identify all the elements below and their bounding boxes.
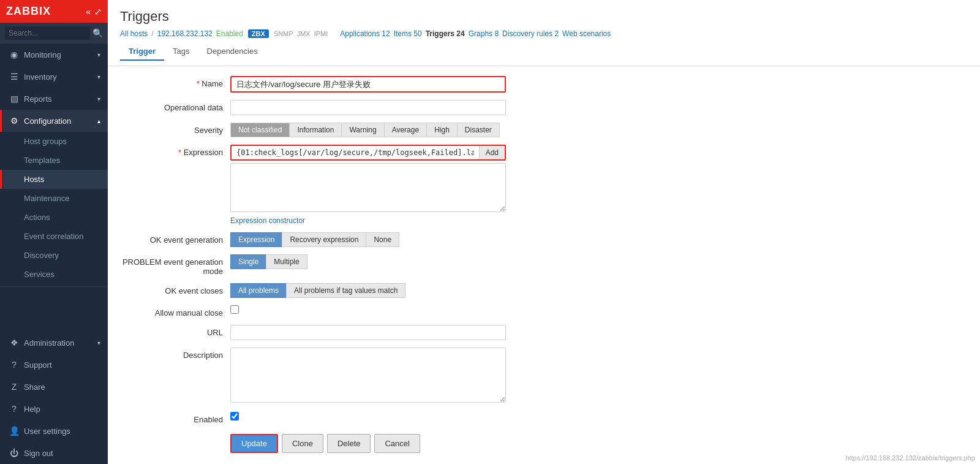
severity-warning[interactable]: Warning: [341, 123, 383, 137]
description-label: Description: [120, 348, 230, 360]
zbx-badge[interactable]: ZBX: [248, 29, 269, 38]
expression-add-button[interactable]: Add: [479, 146, 505, 159]
problem-event-single[interactable]: Single: [230, 254, 266, 269]
search-icon[interactable]: 🔍: [92, 28, 103, 38]
severity-group: Not classified Information Warning Avera…: [230, 123, 506, 137]
sidebar-item-inventory[interactable]: ☰ Inventory ▾: [0, 66, 108, 88]
cancel-button[interactable]: Cancel: [374, 434, 420, 453]
ok-event-control: Expression Recovery expression None: [230, 232, 506, 247]
severity-disaster[interactable]: Disaster: [457, 123, 500, 137]
expression-input-wrap: Add: [230, 145, 506, 161]
severity-high[interactable]: High: [426, 123, 457, 137]
problem-event-group: Single Multiple: [230, 254, 506, 269]
sidebar-item-share[interactable]: Z Share: [0, 376, 108, 398]
allow-manual-close-label: Allow manual close: [120, 305, 230, 318]
inventory-icon: ☰: [9, 72, 19, 82]
sidebar-item-administration[interactable]: ❖ Administration ▾: [0, 332, 108, 354]
collapse-icon[interactable]: «: [86, 7, 91, 17]
name-row: Name: [120, 76, 968, 93]
search-input[interactable]: [5, 26, 90, 40]
expression-textarea[interactable]: [230, 163, 506, 212]
breadcrumb-web-scenarios[interactable]: Web scenarios: [562, 29, 611, 38]
name-input[interactable]: [230, 76, 506, 93]
breadcrumb-ip[interactable]: 192.168.232.132: [157, 29, 213, 38]
expand-icon[interactable]: ⤢: [94, 7, 102, 17]
operational-data-input[interactable]: [230, 100, 506, 115]
url-hint: https://192.168.232.132/zabbix/triggers.…: [845, 454, 975, 462]
sidebar-item-templates[interactable]: Templates: [0, 151, 108, 170]
enabled-checkbox[interactable]: [230, 412, 239, 420]
snmp-label[interactable]: SNMP: [274, 30, 293, 37]
sidebar-item-support[interactable]: ? Support: [0, 354, 108, 376]
chevron-icon: ▾: [97, 340, 100, 346]
problem-event-label: PROBLEM event generation mode: [120, 254, 230, 276]
enabled-label: Enabled: [120, 412, 230, 424]
update-button[interactable]: Update: [230, 434, 278, 453]
chevron-icon: ▾: [97, 96, 100, 102]
sidebar-bottom: ❖ Administration ▾ ? Support Z Share ? H…: [0, 332, 108, 464]
sidebar-item-actions[interactable]: Actions: [0, 208, 108, 227]
breadcrumb-all-hosts[interactable]: All hosts: [120, 29, 148, 38]
monitoring-icon: ◉: [9, 50, 19, 59]
ok-event-all-if-tag[interactable]: All problems if tag values match: [286, 283, 405, 298]
sign-out-icon: ⏻: [9, 448, 19, 458]
sidebar-item-sign-out[interactable]: ⏻ Sign out: [0, 442, 108, 464]
sidebar-item-discovery[interactable]: Discovery: [0, 246, 108, 265]
jmx-label[interactable]: JMX: [297, 30, 311, 37]
tab-dependencies[interactable]: Dependencies: [198, 43, 266, 61]
problem-event-multiple[interactable]: Multiple: [266, 254, 307, 269]
sidebar: ZABBIX « ⤢ 🔍 ◉ Monitoring ▾ ☰ Inventory …: [0, 0, 108, 464]
breadcrumb-discovery-rules[interactable]: Discovery rules 2: [502, 29, 559, 38]
url-row: URL: [120, 325, 968, 340]
chevron-icon: ▴: [97, 118, 100, 124]
breadcrumb-items[interactable]: Items 50: [394, 29, 422, 38]
breadcrumb: All hosts / 192.168.232.132 Enabled ZBX …: [120, 29, 968, 38]
sidebar-item-hosts[interactable]: Hosts: [0, 170, 108, 189]
enabled-control: [230, 412, 506, 422]
ok-event-recovery-expression[interactable]: Recovery expression: [282, 232, 366, 247]
chevron-icon: ▾: [97, 51, 100, 58]
sidebar-item-user-settings[interactable]: 👤 User settings: [0, 420, 108, 442]
tab-tags[interactable]: Tags: [164, 43, 198, 61]
sidebar-item-event-correlation[interactable]: Event correlation: [0, 227, 108, 246]
sidebar-item-services[interactable]: Services: [0, 265, 108, 284]
severity-information[interactable]: Information: [289, 123, 341, 137]
expression-input[interactable]: [232, 146, 479, 159]
breadcrumb-applications[interactable]: Applications 12: [340, 29, 390, 38]
severity-average[interactable]: Average: [384, 123, 426, 137]
sidebar-item-label: Administration: [24, 338, 92, 348]
allow-manual-close-control: [230, 305, 506, 316]
administration-icon: ❖: [9, 338, 19, 348]
ok-event-closes-group: All problems All problems if tag values …: [230, 283, 506, 298]
support-icon: ?: [9, 360, 19, 370]
expression-constructor-link[interactable]: Expression constructor: [230, 216, 305, 225]
breadcrumb-graphs[interactable]: Graphs 8: [469, 29, 499, 38]
allow-manual-close-checkbox[interactable]: [230, 305, 239, 314]
sidebar-item-label: Inventory: [24, 72, 92, 82]
sidebar-item-help[interactable]: ? Help: [0, 398, 108, 420]
ok-event-all-problems[interactable]: All problems: [230, 283, 286, 298]
url-input[interactable]: [230, 325, 506, 340]
description-control: [230, 348, 506, 405]
ipmi-label[interactable]: IPMI: [314, 30, 328, 37]
severity-not-classified[interactable]: Not classified: [230, 123, 289, 137]
sidebar-item-label: Sign out: [24, 449, 100, 458]
ok-event-none[interactable]: None: [366, 232, 399, 247]
clone-button[interactable]: Clone: [282, 434, 323, 453]
tab-trigger[interactable]: Trigger: [120, 43, 164, 61]
url-label: URL: [120, 325, 230, 337]
sidebar-item-reports[interactable]: ▤ Reports ▾: [0, 88, 108, 110]
status-badge: Enabled: [216, 29, 243, 38]
sidebar-item-host-groups[interactable]: Host groups: [0, 132, 108, 151]
divider: [0, 286, 108, 287]
page-header: Triggers All hosts / 192.168.232.132 Ena…: [108, 0, 980, 66]
sidebar-search-container: 🔍: [0, 23, 108, 44]
sidebar-item-monitoring[interactable]: ◉ Monitoring ▾: [0, 44, 108, 66]
breadcrumb-triggers[interactable]: Triggers 24: [426, 29, 465, 38]
sidebar-item-label: Support: [24, 360, 100, 370]
sidebar-item-configuration[interactable]: ⚙ Configuration ▴: [0, 110, 108, 132]
delete-button[interactable]: Delete: [327, 434, 371, 453]
description-textarea[interactable]: [230, 348, 506, 403]
ok-event-expression[interactable]: Expression: [230, 232, 282, 247]
sidebar-item-maintenance[interactable]: Maintenance: [0, 189, 108, 208]
